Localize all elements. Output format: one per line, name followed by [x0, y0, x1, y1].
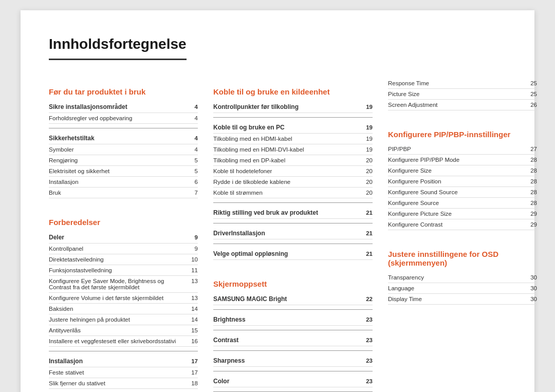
entry-page-num: 23 [366, 316, 373, 323]
toc-entry: PIP/PBP27 [388, 144, 537, 155]
entry-page-num: 15 [191, 327, 198, 333]
entry-label: Baksiden [49, 306, 187, 312]
entry-page-num: 30 [530, 296, 537, 302]
toc-entry: Language30 [388, 283, 537, 294]
entry-page-num: 14 [191, 316, 198, 323]
entry-label: Screen Adjustment [388, 102, 526, 108]
entry-label: Installere et veggfestesett eller skrive… [49, 338, 187, 344]
entry-label: Elektrisitet og sikkerhet [49, 168, 191, 174]
toc-entry: Contrast23 [213, 334, 373, 346]
divider [49, 128, 198, 128]
toc-entry: Konfigurere Volume i det første skjermbi… [49, 293, 198, 304]
section-title: Forberedelser [49, 218, 198, 227]
entry-page-num: 25 [530, 91, 537, 97]
entry-page-num: 28 [530, 167, 537, 174]
entry-page-num: 17 [191, 358, 198, 364]
entry-label: Riktig stilling ved bruk av produktet [213, 209, 362, 216]
entry-label: Tilkobling med en DP-kabel [213, 157, 362, 163]
toc-entry: Feste stativet17 [49, 367, 198, 378]
toc-entry: Color23 [213, 376, 373, 387]
entry-page-num: 21 [366, 251, 373, 257]
toc-entry: Transparency30 [388, 272, 537, 283]
toc-entry: Kontrollpunkter før tilkobling19 [213, 101, 373, 113]
entry-page-num: 28 [530, 200, 537, 206]
toc-entry: Forholdsregler ved oppbevaring4 [49, 113, 198, 124]
entry-label: Language [388, 285, 526, 291]
toc-entry: Direktetastveiledning10 [49, 254, 198, 265]
divider [213, 202, 373, 203]
entry-label: Sikre installasjonsområdet [49, 103, 191, 110]
section-title: Konfigurere PIP/PBP-innstillinger [388, 130, 537, 139]
entry-page-num: 21 [366, 210, 373, 216]
entry-label: Deler [49, 234, 191, 241]
toc-entry: Konfigurere Eye Saver Mode, Brightness o… [49, 276, 198, 293]
column-2: Koble til og bruke en kildeenhetKontroll… [213, 78, 373, 392]
entry-page-num: 20 [366, 179, 373, 185]
entry-label: Kontrollpanel [49, 246, 191, 252]
entry-label: Feste stativet [49, 369, 187, 376]
entry-label: Konfigurere Sound Source [388, 189, 526, 195]
entry-page-num: 19 [366, 146, 373, 153]
entry-page-num: 22 [366, 296, 373, 302]
toc-entry: Sikre installasjonsområdet4 [49, 101, 198, 113]
entry-label: Installasjon [49, 179, 191, 185]
entry-page-num: 4 [195, 146, 198, 153]
section-title: Før du tar produktet i bruk [49, 87, 198, 96]
entry-page-num: 19 [366, 104, 373, 110]
toc-entry: Konfigurere Size28 [388, 165, 537, 176]
entry-page-num: 19 [366, 136, 373, 142]
toc-entry: Rengjøring5 [49, 155, 198, 166]
toc-entry: Konfigurere Contrast29 [388, 219, 537, 230]
entry-page-num: 9 [195, 234, 198, 240]
toc-entry: Justere helningen på produktet14 [49, 314, 198, 325]
toc-entry: Koble til og bruke en PC19 [213, 122, 373, 134]
entry-page-num: 7 [195, 190, 198, 196]
toc-entry: Koble til strømmen20 [213, 188, 373, 198]
content-grid: Før du tar produktet i brukSikre install… [49, 78, 506, 392]
entry-page-num: 21 [366, 230, 373, 236]
toc-entry: Tilkobling med en DP-kabel20 [213, 155, 373, 166]
toc-entry: SAMSUNG MAGIC Bright22 [213, 293, 373, 305]
entry-label: Funksjonstastvelledning [49, 267, 187, 273]
spacer-2-3 [388, 230, 537, 240]
entry-label: Transparency [388, 274, 526, 281]
divider [213, 244, 373, 244]
toc-entry: Konfigurere Sound Source28 [388, 187, 537, 198]
toc-entry: Riktig stilling ved bruk av produktet21 [213, 207, 373, 219]
entry-page-num: 4 [195, 115, 198, 121]
toc-entry: Installasjon17 [49, 356, 198, 367]
entry-page-num: 18 [191, 380, 198, 386]
entry-label: Picture Size [388, 91, 526, 97]
spacer-1-1 [213, 260, 373, 270]
entry-page-num: 9 [195, 246, 198, 252]
entry-page-num: 26 [530, 102, 537, 108]
entry-page-num: 5 [195, 157, 198, 163]
entry-page-num: 20 [366, 190, 373, 196]
entry-label: Installasjon [49, 358, 187, 365]
entry-page-num: 13 [191, 278, 198, 284]
entry-page-num: 27 [530, 146, 537, 152]
entry-label: Konfigurere Size [388, 167, 526, 174]
toc-entry: Installasjon6 [49, 177, 198, 188]
toc-entry: Elektrisitet og sikkerhet5 [49, 166, 198, 177]
entry-page-num: 16 [191, 338, 198, 344]
entry-page-num: 25 [530, 80, 537, 86]
entry-label: Konfigurere Source [388, 200, 526, 206]
entry-label: Kontrollpunkter før tilkobling [213, 103, 362, 110]
entry-page-num: 4 [195, 135, 198, 141]
entry-label: Brightness [213, 316, 362, 323]
spacer-0-1 [49, 198, 198, 209]
entry-page-num: 6 [195, 179, 198, 185]
toc-entry: Velge optimal oppløsning21 [213, 248, 373, 260]
entry-label: Justere helningen på produktet [49, 316, 187, 323]
toc-entry: Installere et veggfestesett eller skrive… [49, 336, 198, 347]
section-title: Koble til og bruke en kildeenhet [213, 87, 373, 96]
entry-label: Konfigurere Picture Size [388, 211, 526, 217]
entry-label: Contrast [213, 337, 362, 344]
column-3: Response Time25Picture Size25Screen Adju… [388, 78, 537, 392]
section-title: Skjermoppsett [213, 279, 373, 288]
toc-entry: Antityverilås15 [49, 325, 198, 336]
entry-page-num: 11 [191, 267, 198, 273]
toc-entry: Konfigurere Position28 [388, 176, 537, 187]
entry-page-num: 17 [191, 369, 198, 376]
